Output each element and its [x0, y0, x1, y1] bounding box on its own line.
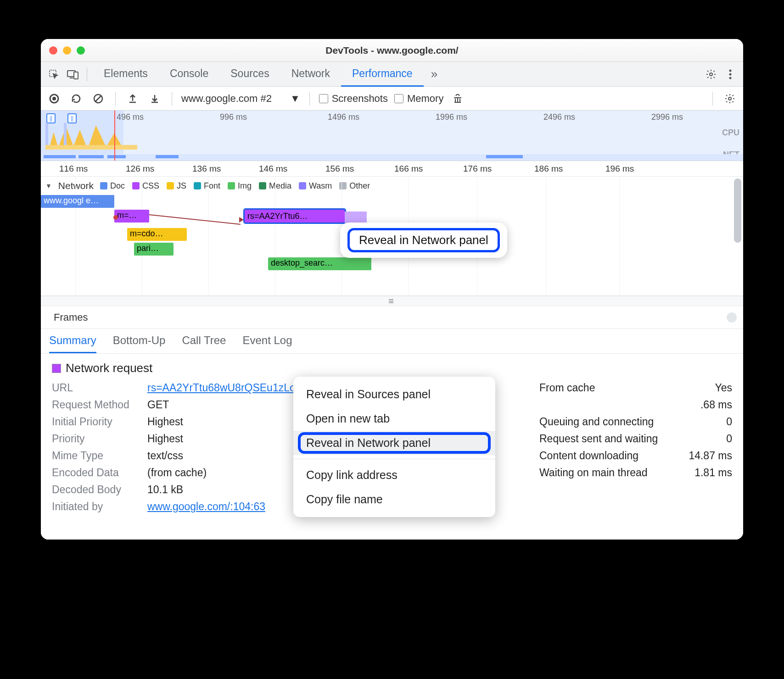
- svg-point-6: [729, 73, 732, 75]
- upload-icon[interactable]: [125, 91, 140, 106]
- summary-right-col: From cacheYes.68 msQueuing and connectin…: [539, 382, 732, 513]
- tab-elements[interactable]: Elements: [93, 62, 159, 87]
- download-icon[interactable]: [147, 91, 162, 106]
- panel-settings-icon[interactable]: [722, 91, 738, 106]
- summary-key: Mime Type: [52, 450, 139, 462]
- tab-bottom-up[interactable]: Bottom-Up: [113, 329, 166, 353]
- tab-performance[interactable]: Performance: [341, 62, 424, 87]
- bar-css[interactable]: m=…: [114, 210, 149, 223]
- summary-link[interactable]: www.google.com/:104:63: [147, 501, 265, 512]
- summary-key: Waiting on main thread: [539, 467, 648, 479]
- summary-key: Queuing and connecting: [539, 416, 654, 428]
- gear-icon[interactable]: [703, 66, 719, 83]
- summary-key: Request sent and waiting: [539, 433, 658, 445]
- summary-value: Highest: [147, 416, 183, 428]
- ctx-copy-link[interactable]: Copy link address: [293, 463, 495, 487]
- legend-doc: Doc: [110, 181, 125, 191]
- legend-other: Other: [349, 181, 370, 191]
- summary-value: text/css: [147, 450, 183, 462]
- profile-select-label: www.google.com #2: [181, 93, 272, 105]
- flame-mini: [45, 123, 156, 150]
- summary-panel: Network request URLrs=AA2YrTtu68wU8rQSEu…: [41, 354, 743, 540]
- summary-value: 0: [726, 433, 732, 445]
- ruler-tick: 126 ms: [126, 164, 154, 174]
- memory-label: Memory: [407, 93, 443, 105]
- tab-network[interactable]: Network: [280, 62, 341, 87]
- ruler-tick: 196 ms: [605, 164, 634, 174]
- summary-row: Queuing and connecting0: [539, 416, 732, 428]
- bar-doc[interactable]: www.googl e…: [41, 195, 114, 208]
- summary-key: Initial Priority: [52, 416, 139, 428]
- zoom-icon[interactable]: [77, 46, 85, 55]
- ruler-tick: 166 ms: [394, 164, 423, 174]
- summary-key: Content downloading: [539, 450, 638, 462]
- window-title: DevTools - www.google.com/: [41, 45, 743, 56]
- resizer-handle[interactable]: ≡: [41, 296, 743, 306]
- more-tabs-icon[interactable]: »: [426, 67, 442, 81]
- playhead: [114, 111, 115, 161]
- summary-key: Decoded Body: [52, 484, 139, 496]
- overview-strip[interactable]: 496 ms 996 ms 1496 ms 1996 ms 2496 ms 29…: [41, 111, 743, 161]
- net-strip: [41, 154, 743, 161]
- legend-img: Img: [238, 181, 252, 191]
- tab-event-log[interactable]: Event Log: [242, 329, 292, 353]
- clear-icon[interactable]: [90, 91, 106, 106]
- summary-row: Request sent and waiting0: [539, 433, 732, 445]
- screenshots-checkbox[interactable]: Screenshots: [319, 93, 388, 105]
- ov-tick: 996 ms: [220, 112, 247, 122]
- ctx-open-new-tab[interactable]: Open in new tab: [293, 406, 495, 431]
- summary-value: Yes: [715, 382, 732, 394]
- selection-handle-left[interactable]: ||: [46, 113, 56, 123]
- waterfall[interactable]: ▼ Network Doc CSS JS Font Img Media Wasm…: [41, 177, 743, 296]
- summary-value: .68 ms: [700, 399, 732, 411]
- legend: Doc CSS JS Font Img Media Wasm Other: [100, 181, 370, 191]
- summary-value: www.google.com/:104:63: [147, 501, 265, 513]
- summary-value: 10.1 kB: [147, 484, 183, 496]
- disclosure-triangle-icon[interactable]: ▼: [45, 182, 52, 189]
- profile-select[interactable]: www.google.com #2▼: [181, 93, 300, 105]
- memory-checkbox[interactable]: Memory: [394, 93, 443, 105]
- initiator-line: [149, 214, 241, 225]
- ctx-copy-filename[interactable]: Copy file name: [293, 487, 495, 512]
- svg-rect-3: [74, 72, 78, 79]
- svg-marker-14: [50, 132, 57, 145]
- summary-value: Highest: [147, 433, 183, 445]
- ov-tick: 2996 ms: [651, 112, 683, 122]
- menu-separator: [293, 459, 495, 459]
- device-toggle-icon[interactable]: [65, 66, 81, 83]
- traffic-lights: [49, 46, 85, 55]
- scrollbar-thumb[interactable]: [727, 312, 737, 323]
- bar-img2[interactable]: desktop_searc…: [268, 257, 371, 270]
- record-icon[interactable]: [46, 91, 62, 106]
- minimize-icon[interactable]: [63, 46, 71, 55]
- tab-console[interactable]: Console: [159, 62, 219, 87]
- tab-sources[interactable]: Sources: [219, 62, 280, 87]
- garbage-icon[interactable]: [450, 91, 465, 106]
- request-color-swatch: [52, 364, 61, 373]
- ruler-tick: 146 ms: [259, 164, 287, 174]
- reload-icon[interactable]: [68, 91, 84, 106]
- tab-call-tree[interactable]: Call Tree: [182, 329, 226, 353]
- tab-summary[interactable]: Summary: [49, 329, 96, 353]
- details-tab-strip: Summary Bottom-Up Call Tree Event Log: [41, 329, 743, 354]
- bar-js[interactable]: m=cdo…: [127, 228, 187, 241]
- bar-css-selected[interactable]: rs=AA2YrTtu6…: [245, 210, 345, 223]
- summary-row: Waiting on main thread1.81 ms: [539, 467, 732, 479]
- frames-track[interactable]: Frames: [41, 306, 743, 329]
- titlebar: DevTools - www.google.com/: [41, 39, 743, 62]
- svg-marker-16: [74, 130, 86, 145]
- svg-point-12: [728, 97, 731, 100]
- ov-tick: 2496 ms: [543, 112, 575, 122]
- legend-media: Media: [269, 181, 291, 191]
- kebab-icon[interactable]: [722, 66, 739, 83]
- summary-row: .68 ms: [539, 399, 732, 411]
- network-track-header[interactable]: ▼ Network Doc CSS JS Font Img Media Wasm…: [41, 177, 743, 195]
- close-icon[interactable]: [49, 46, 57, 55]
- selection-handle-right[interactable]: ||: [67, 113, 77, 123]
- inspect-icon[interactable]: [45, 66, 62, 83]
- ctx-reveal-sources[interactable]: Reveal in Sources panel: [293, 382, 495, 406]
- ctx-reveal-network[interactable]: Reveal in Network panel: [293, 431, 495, 455]
- bar-img[interactable]: pari…: [134, 243, 174, 256]
- devtools-window: DevTools - www.google.com/ Elements Cons…: [41, 39, 743, 540]
- cpu-label: CPU: [722, 128, 739, 138]
